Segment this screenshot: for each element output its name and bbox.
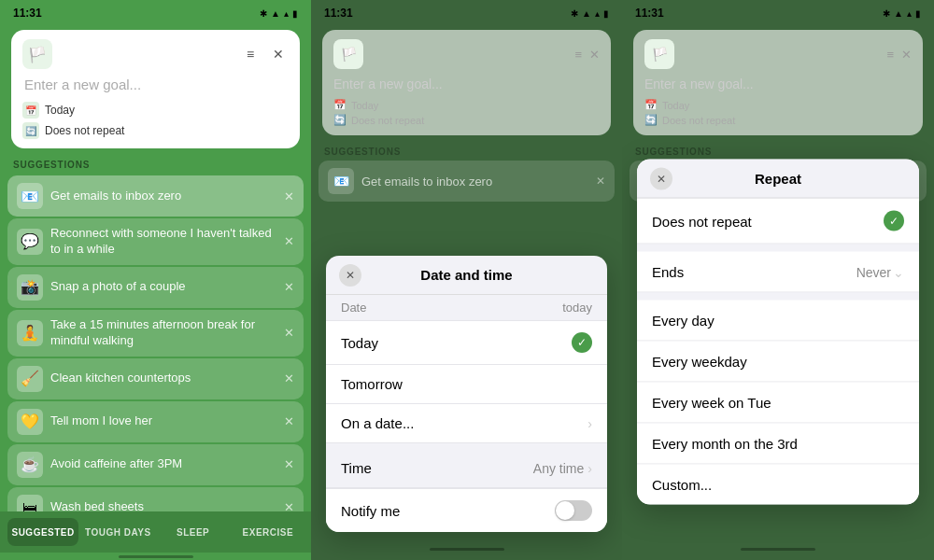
repeat-row-custom[interactable]: Custom... [637, 465, 919, 505]
suggestions-section: SUGGESTIONS 📧 Get emails to inbox zero ✕… [0, 156, 311, 511]
panel-3: 11:31 ✱▲▴▮ 🏳️ ≡✕ Enter a new goal... 📅To… [622, 0, 934, 560]
status-time: 11:31 [13, 7, 42, 20]
no-repeat-label: Does not repeat [652, 213, 752, 229]
panel-2: 11:31 ✱▲▴▮ 🏳️ ≡✕ Enter a new goal... 📅To… [311, 0, 622, 560]
repeat-row-no-repeat[interactable]: Does not repeat ✓ [637, 199, 919, 245]
modal-spacer [637, 245, 919, 252]
repeat-title: Repeat [755, 171, 801, 187]
list-item[interactable]: 💬 Reconnect with someone I haven't talke… [7, 218, 304, 265]
status-icons: ✱ ▲ ▴ ▮ [260, 8, 298, 19]
suggestion-emoji-4: 🧘 [17, 320, 43, 346]
list-item[interactable]: 📧 Get emails to inbox zero ✕ [7, 175, 304, 217]
date-section-label: Date [341, 301, 366, 315]
goal-meta-repeat[interactable]: 🔄 Does not repeat [22, 122, 289, 139]
notify-toggle[interactable] [555, 500, 592, 521]
modal-date-header-row: Date today [326, 295, 607, 321]
ends-chevron-icon: ⌄ [893, 264, 904, 279]
tab-sleep[interactable]: SLEEP [158, 518, 229, 546]
modal-notify-row[interactable]: Notify me [326, 488, 607, 532]
home-bar [119, 555, 193, 558]
suggestions-label: SUGGESTIONS [0, 156, 311, 175]
suggestion-close-8[interactable]: ✕ [284, 500, 294, 511]
time-value: Any time › [533, 461, 592, 476]
goal-card-header: 🏳️ ≡ ✕ [22, 39, 289, 69]
repeat-icon: 🔄 [22, 122, 39, 139]
list-item[interactable]: 🧹 Clean kitchen countertops ✕ [7, 358, 304, 399]
wifi-icon: ▴ [284, 8, 289, 19]
goal-meta: 📅 Today 🔄 Does not repeat [22, 102, 289, 139]
repeat-row-every-weekday[interactable]: Every weekday [637, 342, 919, 383]
close-card-button[interactable]: ✕ [268, 44, 289, 64]
goal-date-label: Today [45, 104, 75, 117]
flag-icon: 🏳️ [22, 39, 52, 69]
home-indicator-3 [741, 548, 815, 551]
card-actions: ≡ ✕ [240, 44, 289, 64]
list-item[interactable]: 💛 Tell mom I love her ✕ [7, 401, 304, 442]
repeat-row-every-day[interactable]: Every day [637, 301, 919, 342]
suggestion-text-2: Reconnect with someone I haven't talked … [50, 226, 276, 258]
modal-row-today[interactable]: Today ✓ [326, 321, 607, 365]
goal-repeat-label: Does not repeat [45, 124, 124, 137]
suggestion-close-1[interactable]: ✕ [284, 189, 294, 203]
bluetooth-icon: ✱ [260, 8, 267, 19]
list-icon[interactable]: ≡ [240, 44, 261, 64]
suggestion-close-7[interactable]: ✕ [284, 457, 294, 471]
tab-suggested[interactable]: SUGGESTED [7, 518, 78, 546]
ends-value: Never ⌄ [856, 264, 904, 279]
repeat-close-button[interactable]: ✕ [650, 167, 672, 189]
modal-time-row[interactable]: Time Any time › [326, 443, 607, 488]
suggestion-text-7: Avoid caffeine after 3PM [50, 456, 276, 472]
battery-icon: ▮ [292, 8, 298, 19]
suggestion-emoji-5: 🧹 [17, 366, 43, 392]
tab-exercise[interactable]: EXERCISE [233, 518, 304, 546]
home-indicator-2 [430, 548, 504, 551]
home-indicator [0, 553, 311, 560]
tab-tough-days[interactable]: TOUGH DAYS [82, 518, 153, 546]
time-chevron-icon: › [587, 461, 592, 476]
suggestion-close-5[interactable]: ✕ [284, 371, 294, 385]
repeat-row-every-month[interactable]: Every month on the 3rd [637, 424, 919, 465]
list-item[interactable]: 🛏 Wash bed sheets ✕ [7, 487, 304, 511]
list-item[interactable]: 📸 Snap a photo of a couple ✕ [7, 267, 304, 308]
modal-row-tomorrow[interactable]: Tomorrow [326, 365, 607, 404]
every-day-label: Every day [652, 313, 715, 329]
notify-label: Notify me [341, 503, 400, 519]
suggestion-text-3: Snap a photo of a couple [50, 279, 276, 295]
every-month-label: Every month on the 3rd [652, 436, 798, 452]
no-repeat-check: ✓ [884, 211, 904, 231]
suggestion-text-5: Clean kitchen countertops [50, 371, 276, 386]
suggestion-text-1: Get emails to inbox zero [50, 189, 276, 204]
suggestion-emoji-1: 📧 [17, 183, 43, 209]
suggestion-text-6: Tell mom I love her [50, 413, 276, 429]
suggestion-close-2[interactable]: ✕ [284, 234, 294, 248]
today-label: Today [341, 335, 378, 351]
suggestion-close-3[interactable]: ✕ [284, 280, 294, 294]
suggestion-close-6[interactable]: ✕ [284, 414, 294, 428]
panel-1: 11:31 ✱ ▲ ▴ ▮ 🏳️ ≡ ✕ Enter a new goal...… [0, 0, 311, 560]
suggestion-emoji-6: 💛 [17, 409, 43, 435]
goal-input-placeholder[interactable]: Enter a new goal... [22, 77, 289, 92]
ends-row[interactable]: Ends Never ⌄ [637, 252, 919, 293]
suggestion-text-4: Take a 15 minutes afternoon break for mi… [50, 317, 276, 349]
list-item[interactable]: ☕ Avoid caffeine after 3PM ✕ [7, 444, 304, 485]
suggestion-emoji-8: 🛏 [17, 495, 43, 511]
repeat-row-every-week-tue[interactable]: Every week on Tue [637, 383, 919, 424]
on-date-chevron-icon: › [587, 416, 592, 431]
modal-close-button[interactable]: ✕ [339, 264, 361, 287]
list-item[interactable]: 🧘 Take a 15 minutes afternoon break for … [7, 310, 304, 357]
suggestions-list: 📧 Get emails to inbox zero ✕ 💬 Reconnect… [0, 175, 311, 511]
toggle-knob [556, 501, 574, 520]
ends-label: Ends [652, 264, 684, 280]
goal-meta-date[interactable]: 📅 Today [22, 102, 289, 119]
calendar-icon: 📅 [22, 102, 39, 119]
modal-title: Date and time [420, 267, 512, 283]
suggestion-close-4[interactable]: ✕ [284, 326, 294, 340]
tomorrow-label: Tomorrow [341, 376, 403, 392]
suggestion-text-8: Wash bed sheets [50, 499, 276, 511]
ends-value-text: Never [856, 264, 891, 279]
every-week-tue-label: Every week on Tue [652, 395, 771, 411]
repeat-header: ✕ Repeat [637, 160, 919, 199]
repeat-modal: ✕ Repeat Does not repeat ✓ Ends Never ⌄ … [637, 160, 919, 505]
modal-row-on-a-date[interactable]: On a date... › [326, 404, 607, 443]
suggestion-emoji-7: ☕ [17, 452, 43, 478]
